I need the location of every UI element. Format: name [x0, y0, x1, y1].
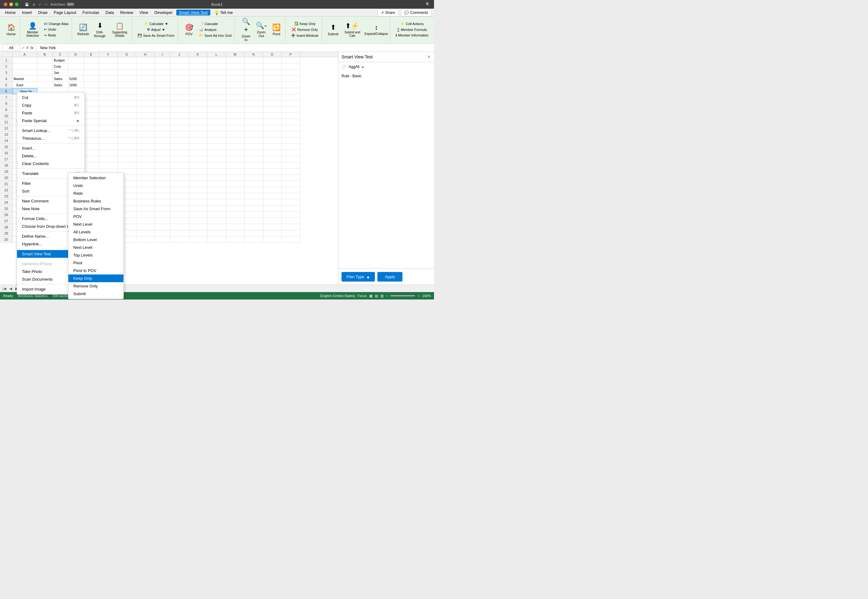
col-header-d[interactable]: D: [68, 52, 83, 57]
cell-m1[interactable]: [226, 57, 245, 63]
row-header-11[interactable]: 11: [0, 119, 12, 125]
cell-b3[interactable]: [38, 69, 53, 76]
save-icon[interactable]: 💾: [25, 3, 29, 6]
cell-e2[interactable]: [84, 63, 99, 69]
remove-only-button[interactable]: ❌ Remove Only: [290, 27, 319, 32]
cell-k1[interactable]: [189, 57, 208, 63]
cell-b4[interactable]: [38, 76, 53, 82]
cell-h3[interactable]: [136, 69, 155, 76]
cell-o1[interactable]: [263, 57, 282, 63]
sub-keep-only[interactable]: Keep Only: [68, 274, 124, 282]
menu-home[interactable]: Home: [3, 10, 18, 15]
adjust-button[interactable]: ⚙ Adjust ▼: [146, 27, 166, 32]
cell-i2[interactable]: [155, 63, 171, 69]
sub-member-selection[interactable]: Member Selection: [68, 174, 124, 182]
cell-k3[interactable]: [189, 69, 208, 76]
submit-calc-button[interactable]: ⬆⚡ Submit and Calc: [341, 21, 364, 39]
ctx-cut[interactable]: Cut ⌘X: [17, 94, 85, 101]
cell-g5[interactable]: [118, 82, 136, 88]
row-header-10[interactable]: 10: [0, 113, 12, 119]
cell-l6[interactable]: [208, 88, 226, 94]
menu-draw[interactable]: Draw: [36, 10, 50, 15]
cell-j1[interactable]: [171, 57, 189, 63]
cell-m3[interactable]: [226, 69, 245, 76]
cell-d1[interactable]: [68, 57, 84, 63]
home-button[interactable]: 🏠 Home: [5, 22, 18, 37]
cell-j5[interactable]: [171, 82, 189, 88]
cell-f3[interactable]: [99, 69, 118, 76]
search-icon[interactable]: 🔍: [426, 2, 430, 6]
cell-m6[interactable]: [226, 88, 245, 94]
cell-k4[interactable]: [189, 76, 208, 82]
member-formula-button[interactable]: ∑ Member Formula: [396, 27, 428, 32]
cell-o6[interactable]: [263, 88, 282, 94]
row-header-3[interactable]: 3: [0, 69, 12, 76]
sheet-nav-first[interactable]: |◀: [1, 286, 8, 292]
col-header-p[interactable]: P: [281, 52, 300, 57]
menu-view[interactable]: View: [137, 10, 151, 15]
row-header-4[interactable]: 4: [0, 76, 12, 82]
formula-fx-icon[interactable]: fx: [30, 46, 34, 50]
cell-o4[interactable]: [263, 76, 282, 82]
focus-label[interactable]: Focus: [358, 294, 367, 298]
panel-item-rule-basic[interactable]: Rule - Basic: [338, 71, 434, 81]
col-header-j[interactable]: J: [170, 52, 189, 57]
menu-insert[interactable]: Insert: [20, 10, 35, 15]
cell-a1[interactable]: [13, 57, 38, 63]
expand-collapse-button[interactable]: ↕ Expand/Collapse: [365, 22, 388, 37]
panel-close-icon[interactable]: ✕: [427, 54, 431, 59]
cell-m4[interactable]: [226, 76, 245, 82]
panel-item-aggall[interactable]: 📄 AggAll ▶: [338, 62, 434, 71]
cell-l2[interactable]: [208, 63, 226, 69]
cell-o5[interactable]: [263, 82, 282, 88]
row-header-5[interactable]: 5: [0, 82, 12, 88]
sub-pivot-to-pov[interactable]: Pivot to POV: [68, 267, 124, 274]
cell-e4[interactable]: [84, 76, 99, 82]
cell-f1[interactable]: [99, 57, 118, 63]
refresh-button[interactable]: 🔄 Refresh: [76, 22, 90, 37]
insert-attribute-button[interactable]: ➕ Insert Attribute: [290, 33, 320, 38]
sub-pivot[interactable]: Pivot: [68, 259, 124, 267]
cell-p5[interactable]: [282, 82, 300, 88]
print-icon[interactable]: 🖨: [32, 3, 36, 6]
comments-button[interactable]: 💬 Comments: [401, 9, 432, 17]
view-pagebreak-icon[interactable]: ▥: [380, 294, 383, 298]
row-header-8[interactable]: 8: [0, 101, 12, 107]
zoom-in-status-icon[interactable]: +: [418, 294, 420, 298]
menu-tell-me[interactable]: 💡 Tell me: [211, 10, 235, 16]
row-header-13[interactable]: 13: [0, 131, 12, 137]
share-button[interactable]: ↗ Share: [377, 9, 399, 17]
formula-input[interactable]: [39, 46, 432, 50]
row-header-2[interactable]: 2: [0, 63, 12, 69]
ctx-copy[interactable]: Copy ⌘C: [17, 101, 85, 109]
pov-button[interactable]: 🎯 POV: [182, 22, 196, 37]
cell-f4[interactable]: [99, 76, 118, 82]
col-header-i[interactable]: I: [155, 52, 170, 57]
cell-e5[interactable]: [84, 82, 99, 88]
cell-l3[interactable]: [208, 69, 226, 76]
cell-p3[interactable]: [282, 69, 300, 76]
cell-f6[interactable]: [99, 88, 118, 94]
col-header-o[interactable]: O: [263, 52, 281, 57]
sub-bottom-level[interactable]: Bottom Level: [68, 236, 124, 244]
traffic-lights[interactable]: [4, 3, 18, 6]
cell-a2[interactable]: [13, 63, 38, 69]
sub-save-smart-form[interactable]: Save As Smart Form: [68, 205, 124, 213]
sub-next-level-2[interactable]: Next Level: [68, 244, 124, 251]
change-alias-button[interactable]: 🏷 Change Alias: [43, 21, 70, 26]
cell-e6[interactable]: [84, 88, 99, 94]
cell-n6[interactable]: [245, 88, 263, 94]
row-header-28[interactable]: 28: [0, 224, 12, 230]
cell-a3[interactable]: [13, 69, 38, 76]
save-smart-form-button[interactable]: 💾 Save As Smart Form: [136, 33, 176, 38]
cell-h1[interactable]: [136, 57, 155, 63]
fullscreen-button[interactable]: [15, 3, 18, 6]
ctx-insert[interactable]: Insert...: [17, 144, 85, 152]
view-normal-icon[interactable]: ▦: [369, 294, 373, 298]
save-adhoc-button[interactable]: 📁 Save Ad Hoc Grid: [198, 33, 232, 38]
zoom-out-status-icon[interactable]: −: [386, 294, 388, 298]
col-header-m[interactable]: M: [226, 52, 245, 57]
cell-d2[interactable]: [68, 63, 84, 69]
close-button[interactable]: [4, 3, 8, 6]
row-header-15[interactable]: 15: [0, 144, 12, 150]
